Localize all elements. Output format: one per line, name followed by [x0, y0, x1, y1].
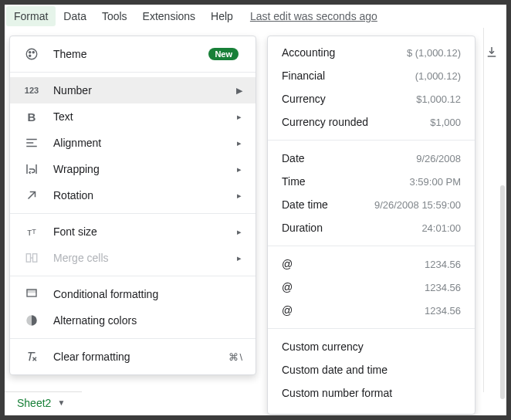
- number-option-currency[interactable]: Currency $1,000.12: [268, 87, 475, 110]
- format-dropdown: Theme New 123 Number ▶ B Text ▸ Alignmen…: [9, 36, 256, 375]
- option-example: 1234.56: [425, 282, 461, 293]
- number-format-submenu: Accounting $ (1,000.12) Financial (1,000…: [267, 36, 475, 415]
- menu-item-label: Alternating colors: [53, 314, 243, 327]
- align-icon: [24, 135, 39, 151]
- submenu-scrollbar[interactable]: [500, 185, 505, 399]
- menu-data[interactable]: Data: [56, 6, 94, 26]
- option-example: (1,000.12): [415, 70, 461, 82]
- menu-item-label: Font size: [53, 225, 235, 238]
- option-label: @: [282, 304, 293, 317]
- option-label: Date: [282, 152, 305, 164]
- svg-point-0: [26, 49, 37, 59]
- bold-icon: B: [24, 109, 39, 124]
- option-label: Custom currency: [282, 340, 364, 353]
- menu-item-theme[interactable]: Theme New: [10, 41, 255, 67]
- menu-item-font-size[interactable]: тT Font size ▸: [10, 218, 255, 245]
- number-option-at-3[interactable]: @ 1234.56: [268, 299, 475, 322]
- menu-item-alternating-colors[interactable]: Alternating colors: [10, 307, 255, 334]
- chevron-right-icon: ▶: [235, 86, 243, 96]
- option-label: Custom number format: [282, 387, 392, 399]
- option-label: Date time: [282, 198, 328, 211]
- menu-item-clear-formatting[interactable]: Clear formatting ⌘\: [10, 344, 255, 370]
- menu-item-number[interactable]: 123 Number ▶: [10, 77, 255, 103]
- option-label: @: [282, 281, 293, 293]
- svg-rect-7: [27, 290, 36, 293]
- menu-item-alignment[interactable]: Alignment ▸: [10, 130, 255, 156]
- option-example: 9/26/2008 15:59:00: [374, 199, 461, 211]
- menu-item-label: Rotation: [53, 189, 235, 202]
- menu-separator: [10, 72, 255, 73]
- number-option-at-1[interactable]: @ 1234.56: [268, 252, 475, 276]
- submenu-separator: [268, 140, 475, 141]
- menu-item-label: Alignment: [53, 137, 235, 149]
- menu-help[interactable]: Help: [203, 6, 241, 26]
- option-example: $1,000: [430, 117, 461, 128]
- option-label: Time: [282, 175, 306, 188]
- option-label: Currency: [282, 93, 326, 105]
- merge-icon: [24, 250, 39, 266]
- option-label: Accounting: [282, 46, 335, 59]
- svg-point-3: [29, 55, 31, 56]
- number-option-custom-datetime[interactable]: Custom date and time: [268, 358, 475, 381]
- palette-icon: [24, 46, 39, 62]
- caret-down-icon: ▼: [57, 398, 65, 407]
- menu-item-rotation[interactable]: Rotation ▸: [10, 182, 255, 208]
- svg-rect-5: [33, 254, 37, 262]
- sheet-tab-label: Sheet2: [17, 397, 51, 409]
- sheet-tab[interactable]: Sheet2 ▼: [5, 391, 82, 413]
- option-label: Duration: [282, 222, 323, 234]
- chevron-right-icon: ▸: [235, 253, 243, 263]
- submenu-separator: [268, 328, 475, 329]
- chevron-right-icon: ▸: [235, 227, 243, 237]
- menu-item-label: Merge cells: [53, 252, 235, 264]
- number-option-accounting[interactable]: Accounting $ (1,000.12): [268, 41, 475, 64]
- menu-separator: [10, 338, 255, 339]
- svg-rect-4: [26, 254, 30, 262]
- menu-item-label: Wrapping: [53, 163, 235, 175]
- chevron-right-icon: ▸: [235, 164, 243, 174]
- menu-separator: [10, 213, 255, 214]
- option-label: Financial: [282, 69, 325, 82]
- number-option-currency-rounded[interactable]: Currency rounded $1,000: [268, 110, 475, 134]
- chevron-right-icon: ▸: [235, 112, 243, 122]
- new-badge: New: [208, 48, 239, 60]
- menu-item-label: Theme: [53, 48, 208, 60]
- option-example: 9/26/2008: [416, 153, 461, 164]
- number-option-duration[interactable]: Duration 24:01:00: [268, 216, 475, 239]
- option-example: 1234.56: [425, 259, 461, 270]
- chevron-right-icon: ▸: [235, 138, 243, 148]
- menu-item-wrapping[interactable]: Wrapping ▸: [10, 156, 255, 182]
- last-edit-link[interactable]: Last edit was seconds ago: [250, 10, 377, 22]
- chevron-right-icon: ▸: [235, 191, 243, 201]
- menu-extensions[interactable]: Extensions: [135, 6, 203, 26]
- option-label: Currency rounded: [282, 116, 368, 128]
- number-icon: 123: [24, 83, 39, 98]
- menu-item-label: Clear formatting: [53, 351, 228, 363]
- number-option-datetime[interactable]: Date time 9/26/2008 15:59:00: [268, 193, 475, 216]
- font-size-icon: тT: [24, 224, 39, 239]
- menu-item-label: Number: [53, 84, 235, 97]
- option-label: Custom date and time: [282, 364, 387, 376]
- menu-item-text[interactable]: B Text ▸: [10, 103, 255, 130]
- rotation-icon: [24, 188, 39, 203]
- option-example: 3:59:00 PM: [410, 176, 462, 188]
- number-option-custom-currency[interactable]: Custom currency: [268, 335, 475, 358]
- menu-item-conditional-formatting[interactable]: Conditional formatting: [10, 281, 255, 307]
- option-label: @: [282, 258, 293, 270]
- menu-item-label: Conditional formatting: [53, 288, 243, 300]
- svg-point-2: [32, 52, 34, 53]
- clear-format-icon: [24, 349, 39, 364]
- toolbar-overflow-icon[interactable]: [485, 45, 499, 59]
- menu-item-merge-cells: Merge cells ▸: [10, 245, 255, 271]
- menu-format[interactable]: Format: [6, 6, 56, 26]
- menu-tools[interactable]: Tools: [94, 6, 135, 26]
- conditional-format-icon: [24, 286, 39, 302]
- menu-separator: [10, 276, 255, 276]
- number-option-at-2[interactable]: @ 1234.56: [268, 276, 475, 299]
- number-option-financial[interactable]: Financial (1,000.12): [268, 64, 475, 87]
- number-option-time[interactable]: Time 3:59:00 PM: [268, 170, 475, 193]
- menu-item-label: Text: [53, 110, 235, 123]
- number-option-date[interactable]: Date 9/26/2008: [268, 147, 475, 170]
- menubar: Format Data Tools Extensions Help Last e…: [5, 5, 506, 28]
- number-option-custom-number[interactable]: Custom number format: [268, 381, 475, 405]
